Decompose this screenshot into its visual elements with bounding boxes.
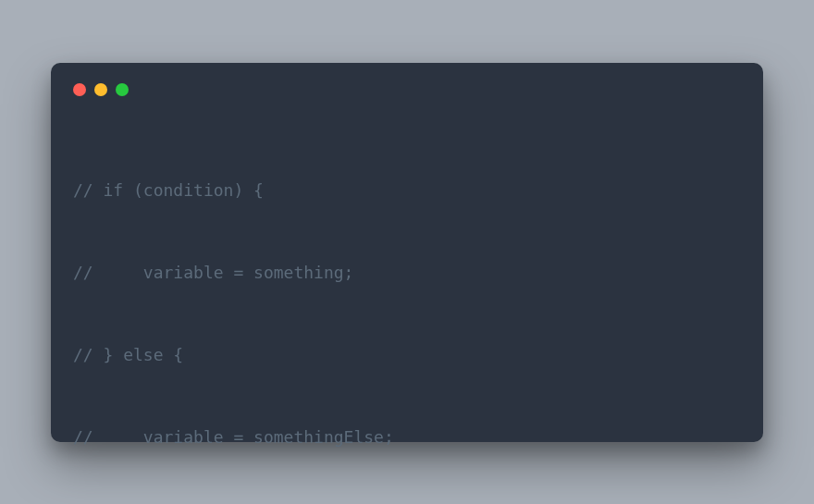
traffic-lights — [73, 83, 741, 96]
comment-line: // variable = something; — [73, 259, 741, 287]
close-icon[interactable] — [73, 83, 86, 96]
comment-line: // variable = somethingElse; — [73, 424, 741, 451]
code-block: // if (condition) { // variable = someth… — [73, 122, 741, 505]
comment-line: // if (condition) { — [73, 177, 741, 204]
comment-line: // } else { — [73, 341, 741, 369]
maximize-icon[interactable] — [116, 83, 129, 96]
minimize-icon[interactable] — [94, 83, 107, 96]
code-window: // if (condition) { // variable = someth… — [51, 63, 763, 442]
